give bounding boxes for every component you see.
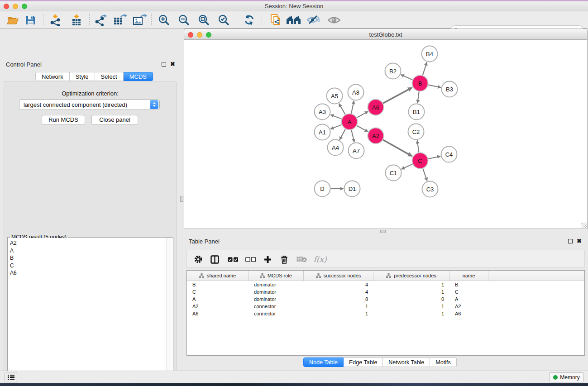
- tab-select[interactable]: Select: [95, 72, 124, 81]
- tab-node-table[interactable]: Node Table: [303, 357, 344, 367]
- zoom-selected-button[interactable]: [216, 11, 231, 29]
- tab-network-table[interactable]: Network Table: [383, 357, 430, 367]
- node-D[interactable]: D: [315, 181, 330, 197]
- close-table-panel-icon[interactable]: ✖: [577, 239, 582, 243]
- minimize-window-button[interactable]: [13, 4, 18, 9]
- save-session-button[interactable]: [24, 11, 37, 29]
- first-neighbors-button[interactable]: [285, 11, 302, 29]
- column-header-successor-nodes[interactable]: successor nodes: [304, 271, 373, 281]
- edge-B-B3[interactable]: [428, 85, 441, 88]
- zoom-out-button[interactable]: [177, 11, 191, 29]
- network-window-titlebar[interactable]: testGlobe.txt: [184, 29, 588, 40]
- float-table-panel-icon[interactable]: [568, 239, 573, 243]
- close-window-button[interactable]: [4, 4, 9, 9]
- main-titlebar[interactable]: Session: New Session: [0, 1, 588, 11]
- node-A8[interactable]: A8: [348, 85, 364, 100]
- add-column-button[interactable]: [262, 250, 273, 268]
- edge-A-A7[interactable]: [351, 130, 354, 142]
- node-D1[interactable]: D1: [344, 181, 360, 197]
- edge-C-C1[interactable]: [402, 164, 412, 169]
- node-B4[interactable]: B4: [422, 46, 438, 62]
- import-network-button[interactable]: [48, 11, 63, 29]
- tab-network[interactable]: Network: [35, 72, 70, 81]
- result-list-scrollbar[interactable]: [166, 238, 172, 386]
- node-A1[interactable]: A1: [315, 124, 330, 140]
- edge-A-A2[interactable]: [357, 126, 368, 132]
- table-row[interactable]: Adominator80A: [187, 295, 584, 303]
- delete-table-button[interactable]: [296, 250, 307, 268]
- result-item[interactable]: A2: [10, 239, 166, 247]
- table-row[interactable]: A6connector11A6: [187, 310, 584, 317]
- edge-A-A6[interactable]: [357, 111, 368, 118]
- edge-A-A1[interactable]: [330, 125, 342, 129]
- run-mcds-button[interactable]: Run MCDS: [42, 115, 85, 125]
- function-builder-button[interactable]: f(x): [312, 250, 328, 268]
- edge-C-C3[interactable]: [423, 168, 427, 181]
- edge-A-A4[interactable]: [339, 129, 345, 140]
- node-C2[interactable]: C2: [408, 124, 424, 140]
- select-all-button[interactable]: [227, 250, 239, 268]
- float-panel-icon[interactable]: [162, 62, 166, 67]
- edge-A-A5[interactable]: [339, 104, 345, 114]
- column-header-MCDS-role[interactable]: MCDS role: [249, 271, 304, 281]
- memory-button[interactable]: Memory: [549, 372, 584, 382]
- edge-A2-C[interactable]: [383, 140, 412, 156]
- node-A7[interactable]: A7: [349, 143, 364, 159]
- network-close-button[interactable]: [188, 32, 193, 38]
- delete-column-button[interactable]: [279, 250, 290, 268]
- horizontal-splitter-handle[interactable]: [380, 230, 386, 233]
- edge-A-A8[interactable]: [351, 101, 354, 114]
- table-body[interactable]: Bdominator41BCdominator41CAdominator80AA…: [187, 281, 584, 317]
- node-A[interactable]: A: [342, 114, 358, 130]
- node-C[interactable]: C: [412, 153, 428, 169]
- window-resize-grip[interactable]: [581, 223, 587, 228]
- export-table-button[interactable]: [112, 11, 128, 29]
- column-header-shared-name[interactable]: shared name: [187, 271, 249, 281]
- node-C3[interactable]: C3: [422, 181, 438, 197]
- table-row[interactable]: Bdominator41B: [187, 281, 584, 288]
- tab-style[interactable]: Style: [70, 72, 95, 81]
- edge-C-C4[interactable]: [428, 156, 440, 159]
- column-header-name[interactable]: name: [449, 271, 488, 281]
- network-graph[interactable]: B4B2BB3A8A5A6B1A3AA1C2A2A4A7CC4C1C3DD1: [184, 40, 587, 228]
- mcds-result-list[interactable]: A2ABCA6: [8, 238, 166, 386]
- show-columns-button[interactable]: [209, 250, 220, 268]
- result-item[interactable]: B: [10, 254, 166, 262]
- show-all-button[interactable]: [326, 11, 342, 29]
- node-A3[interactable]: A3: [315, 104, 330, 120]
- result-item[interactable]: A6: [10, 269, 166, 277]
- node-C4[interactable]: C4: [441, 147, 457, 162]
- table-settings-button[interactable]: [193, 250, 204, 268]
- deselect-all-button[interactable]: [245, 250, 257, 268]
- table-row[interactable]: Cdominator41C: [187, 288, 584, 295]
- node-B3[interactable]: B3: [442, 81, 458, 97]
- zoom-fit-button[interactable]: [196, 11, 211, 29]
- node-A2[interactable]: A2: [368, 128, 384, 144]
- column-header-predecessor-nodes[interactable]: predecessor nodes: [373, 271, 449, 281]
- export-network-button[interactable]: [93, 11, 109, 29]
- edge-C-C2[interactable]: [417, 140, 419, 152]
- result-item[interactable]: A: [10, 247, 166, 255]
- export-image-button[interactable]: [131, 11, 148, 29]
- edge-B-B1[interactable]: [417, 91, 419, 103]
- hide-selected-button[interactable]: [305, 11, 321, 29]
- tab-motifs[interactable]: Motifs: [430, 357, 456, 367]
- node-B1[interactable]: B1: [409, 104, 425, 120]
- table-header-row[interactable]: shared nameMCDS rolesuccessor nodesprede…: [187, 271, 584, 281]
- optimization-criterion-dropdown[interactable]: largest connected component (directed): [19, 99, 160, 110]
- clone-network-button[interactable]: [268, 11, 283, 29]
- task-history-button[interactable]: [5, 372, 17, 382]
- zoom-window-button[interactable]: [22, 4, 27, 9]
- import-table-button[interactable]: [69, 11, 84, 29]
- network-minimize-button[interactable]: [197, 32, 202, 38]
- edge-B-B4[interactable]: [423, 62, 427, 76]
- table-row[interactable]: A2connector11A2: [187, 303, 584, 310]
- open-session-button[interactable]: [5, 11, 20, 29]
- refresh-button[interactable]: [242, 11, 256, 29]
- node-A5[interactable]: A5: [327, 88, 343, 104]
- node-A6[interactable]: A6: [368, 100, 384, 115]
- close-panel-icon[interactable]: ✖: [170, 62, 175, 67]
- node-table[interactable]: shared nameMCDS rolesuccessor nodesprede…: [186, 270, 585, 356]
- node-C1[interactable]: C1: [386, 165, 402, 181]
- network-canvas[interactable]: B4B2BB3A8A5A6B1A3AA1C2A2A4A7CC4C1C3DD1: [184, 40, 588, 229]
